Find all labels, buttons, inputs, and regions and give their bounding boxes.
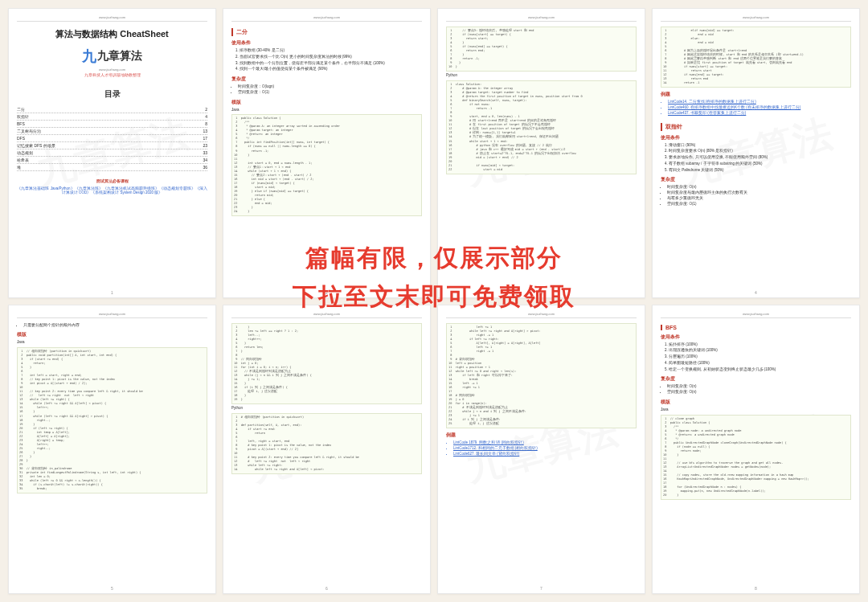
courses-links[interactable]: 《九章算法基础班 Java/Python》《九章算法班》《九章算法机试高频题升级… xyxy=(17,186,207,195)
toc-row[interactable]: 二叉树与分治13 xyxy=(17,128,207,135)
complexity-list: 时间复杂度：O(logn)空间复杂度：O(1) xyxy=(231,84,422,96)
page-6: www.jiuzhang.com 1 } 2 len += left == ri… xyxy=(223,305,431,595)
site-header: www.jiuzhang.com xyxy=(231,312,422,318)
page-number: 4 xyxy=(653,290,859,295)
code-block-python-cont: 1 elif nums[mid] == target: 2 end = mid … xyxy=(661,27,851,88)
code-block-java: 1 // 相向双指针 (partition in quicksort) 2 pu… xyxy=(17,347,207,493)
toc-title: 目录 xyxy=(17,88,207,100)
toc-row[interactable]: DFS17 xyxy=(17,135,207,142)
logo-tagline: 九章科技人才培训基地助教整理 xyxy=(17,73,207,77)
logo-sub: www.jiuzhang.com xyxy=(17,68,207,72)
sub-complexity: 复杂度 xyxy=(661,176,851,183)
lang-label: Python xyxy=(446,73,637,79)
toc-row[interactable]: 双指针4 xyxy=(17,113,207,121)
site-header: www.jiuzhang.com xyxy=(661,312,851,318)
page-7: www.jiuzhang.com 1 left += 1 2 while lef… xyxy=(437,305,645,595)
page-number: 1 xyxy=(9,290,215,295)
sub-examples: 例题 xyxy=(661,91,851,98)
sub-template: 模版 xyxy=(231,99,422,106)
site-header: www.jiuzhang.com xyxy=(446,15,637,22)
sub-template: 模版 xyxy=(661,399,851,406)
site-header: www.jiuzhang.com xyxy=(661,15,851,22)
code-block-python-cont: 1 left += 1 2 while left <= right and A[… xyxy=(446,323,637,429)
code-block-python: 1 class Solution: 2 # @param A: the inte… xyxy=(446,80,637,174)
site-header: www.jiuzhang.com xyxy=(17,312,207,318)
site-header: www.jiuzhang.com xyxy=(446,312,637,318)
page-number: 2 xyxy=(223,290,430,295)
sub-use: 使用条件 xyxy=(231,39,422,47)
use-list: 滑动窗口 (90%)时间复杂度要求 O(n) (80% 是双指针)要求原地操作,… xyxy=(661,143,851,174)
page-3: www.jiuzhang.com 1 // 要点3: 循环结束后, 单独处理 s… xyxy=(437,8,645,298)
example-links[interactable]: LintCode 1879. 两数之和 VII (同向双指针)LintCode1… xyxy=(446,440,637,457)
toc-list: 二分2双指针4BFS8二叉树与分治13DFS17记忆搜索 DFS 的场景23动态… xyxy=(17,106,207,171)
page-number: 6 xyxy=(223,586,430,591)
sub-examples: 例题 xyxy=(446,432,637,439)
logo-text: 九章算法 xyxy=(97,49,142,62)
section-bfs: BFS xyxy=(661,325,851,330)
sub-use: 使用条件 xyxy=(661,134,851,141)
courses-block: 面试算法必备课程 《九章算法基础班 Java/Python》《九章算法班》《九章… xyxy=(17,179,207,195)
sub-template: 模版 xyxy=(17,331,207,338)
code-block-java: 1 // clone graph 2 public class Solution… xyxy=(661,415,851,501)
use-list: 拓扑排序 (100%)出现连通块的关键词 (100%)分层遍历 (100%)简单… xyxy=(661,342,851,373)
toc-row[interactable]: 哈希表34 xyxy=(17,157,207,164)
toc-row[interactable]: 堆36 xyxy=(17,164,207,171)
page-4: www.jiuzhang.com 1 elif nums[mid] == tar… xyxy=(652,8,860,298)
page-number: 8 xyxy=(653,586,859,591)
code-block-python: 1 # 相向双指针 (partition in quicksort) 2 3 d… xyxy=(231,413,422,474)
example-links[interactable]: LintCode14. 二分查找 (在排序的数据集上进行二分)LintCode4… xyxy=(661,100,851,116)
toc-row[interactable]: BFS8 xyxy=(17,121,207,128)
sub-complexity: 复杂度 xyxy=(661,375,851,383)
page-number: 5 xyxy=(9,586,215,591)
section-twopointer: 双指针 xyxy=(661,123,851,131)
page-2: www.jiuzhang.com 二分 使用条件 排序数组 (30-40% 是二… xyxy=(223,8,431,298)
page-8: www.jiuzhang.com BFS 使用条件 拓扑排序 (100%)出现连… xyxy=(652,305,860,595)
note-list: 只需要分配两个指针的额外内存 xyxy=(17,323,207,329)
page-number: 7 xyxy=(438,586,645,591)
complexity-list: 时间复杂度: O(n) 时间复杂度与最内层循环主体的执行次数有关 与有多少重循环… xyxy=(661,185,851,207)
lang-label: Java xyxy=(17,340,207,346)
use-list: 排序数组 (30-40% 是二分)当面试官要求找一个比 O(n) 更小的时间复杂… xyxy=(231,48,422,72)
complexity-list: 时间复杂度: O(n)空间复杂度: O(n) xyxy=(661,384,851,395)
page-number: 3 xyxy=(438,290,645,295)
logo-icon: 九 xyxy=(82,47,96,66)
sub-complexity: 复杂度 xyxy=(231,76,422,83)
section-binary: 二分 xyxy=(231,28,422,36)
page-grid: www.jiuzhang.com 算法与数据结构 CheatSheet 九 九章… xyxy=(0,0,868,602)
page-1: www.jiuzhang.com 算法与数据结构 CheatSheet 九 九章… xyxy=(8,8,216,298)
code-block-java-cont: 1 } 2 len += left == right ? 1 : 2; 3 le… xyxy=(231,323,422,405)
site-header: www.jiuzhang.com xyxy=(231,15,422,22)
note-item: 只需要分配两个指针的额外内存 xyxy=(23,323,207,329)
lang-label: Java xyxy=(661,407,851,413)
lang-label: Java xyxy=(231,108,422,113)
sub-use: 使用条件 xyxy=(661,334,851,341)
courses-title: 面试算法必备课程 xyxy=(17,179,207,183)
toc-row[interactable]: 动态规划33 xyxy=(17,149,207,157)
lang-label: Python xyxy=(231,406,422,412)
doc-title: 算法与数据结构 CheatSheet xyxy=(17,28,207,40)
page-5: www.jiuzhang.com 只需要分配两个指针的额外内存 模版 Java … xyxy=(8,305,216,595)
site-header: www.jiuzhang.com xyxy=(17,15,207,22)
code-block-java-cont: 1 // 要点3: 循环结束后, 单独处理 start 和 end 2 if (… xyxy=(446,27,637,72)
toc-row[interactable]: 二分2 xyxy=(17,106,207,113)
toc-row[interactable]: 记忆搜索 DFS 的场景23 xyxy=(17,142,207,149)
logo-row: 九 九章算法 xyxy=(17,47,207,66)
code-block-java: 1 public class Solution { 2 /** 3 * @par… xyxy=(231,114,422,216)
